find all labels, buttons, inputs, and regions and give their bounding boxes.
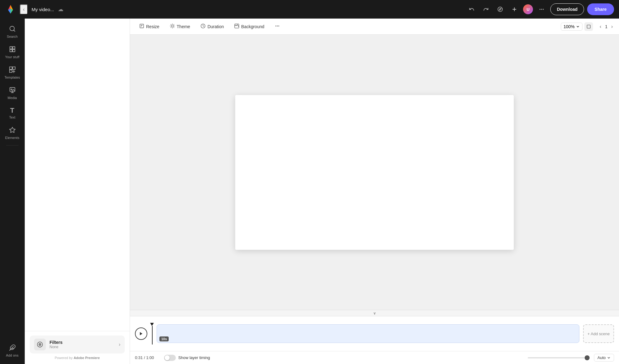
scene-track[interactable]: 10s (157, 324, 579, 343)
svg-point-9 (541, 9, 542, 10)
media-icon (9, 87, 16, 94)
duration-label: Duration (207, 24, 224, 29)
resize-label: Resize (146, 24, 159, 29)
toolbar-more-icon (275, 24, 280, 29)
top-nav-bar: ‹ My video... ☁ U Download Share (0, 0, 619, 19)
timeline-bottom: 0:31 / 1:00 Show layer timing Auto (130, 351, 619, 364)
more-options-button[interactable] (536, 4, 547, 15)
theme-label: Theme (177, 24, 190, 29)
download-button[interactable]: Download (550, 3, 584, 15)
undo-button[interactable] (466, 4, 477, 15)
svg-rect-16 (12, 50, 15, 52)
timeline-main: 10s + Add scene (130, 316, 619, 351)
compass-button[interactable] (495, 4, 506, 15)
filters-icon (34, 339, 46, 350)
sidebar-item-your-stuff-label: Your stuff (5, 55, 19, 59)
svg-point-40 (278, 26, 279, 27)
duration-button[interactable]: Duration (196, 22, 228, 32)
sidebar-item-add-ons-label: Add ons (6, 353, 18, 357)
next-page-button[interactable]: › (610, 23, 614, 31)
svg-marker-22 (9, 127, 15, 132)
cloud-save-icon[interactable]: ☁ (58, 6, 63, 13)
project-title: My video... (32, 7, 54, 12)
play-button[interactable] (135, 327, 147, 340)
canvas-column: Resize Theme Duration B (130, 19, 619, 364)
sidebar-item-your-stuff[interactable]: Your stuff (2, 43, 23, 62)
sidebar-item-text[interactable]: T Text (2, 104, 23, 122)
resize-icon (139, 24, 144, 30)
playhead-line (152, 326, 153, 344)
auto-dropdown[interactable]: Auto (594, 354, 614, 362)
svg-point-27 (171, 25, 173, 27)
svg-point-25 (40, 344, 40, 345)
panel-bottom: Filters None › Powered by Adobe Premiere (25, 331, 130, 364)
add-scene-button[interactable]: + Add scene (583, 324, 614, 343)
playhead-triangle (150, 323, 154, 326)
powered-by-brand: Adobe Premiere (74, 356, 100, 360)
canvas-stage[interactable] (130, 35, 619, 310)
auto-label: Auto (597, 355, 606, 360)
add-button[interactable] (509, 4, 520, 15)
page-nav: ‹ 1 › (599, 23, 614, 31)
toolbar: Resize Theme Duration B (130, 19, 619, 35)
sidebar-item-elements[interactable]: Elements (2, 124, 23, 143)
svg-marker-5 (499, 8, 501, 10)
filters-info: Filters None (50, 340, 115, 349)
background-label: Background (241, 24, 264, 29)
back-button[interactable]: ‹ (20, 4, 28, 15)
svg-point-21 (11, 89, 12, 90)
zoom-dropdown[interactable]: 100% (561, 23, 582, 31)
sidebar-item-search-label: Search (7, 35, 18, 38)
svg-rect-26 (140, 24, 144, 28)
filters-chevron-icon: › (119, 342, 120, 347)
filters-row[interactable]: Filters None › (30, 336, 125, 353)
user-avatar[interactable]: U (523, 4, 533, 14)
svg-point-10 (543, 9, 544, 10)
theme-icon (170, 24, 175, 30)
timeline-collapse-icon: ∨ (373, 311, 376, 315)
main-layout: Search Your stuff Templates Media T T (0, 19, 619, 364)
toggle-switch[interactable] (164, 355, 176, 361)
sidebar-item-elements-label: Elements (5, 136, 19, 140)
text-icon: T (10, 107, 14, 114)
svg-rect-17 (9, 67, 12, 69)
elements-icon (9, 127, 16, 134)
panel-content (25, 19, 130, 331)
share-button[interactable]: Share (587, 3, 614, 15)
sidebar-item-templates-label: Templates (4, 76, 20, 79)
svg-rect-14 (12, 47, 15, 49)
time-display: 0:31 / 1:00 (135, 355, 160, 360)
resize-button[interactable]: Resize (135, 22, 164, 32)
toolbar-more-button[interactable] (271, 22, 284, 31)
sidebar-item-media-label: Media (8, 96, 17, 100)
powered-by-label: Powered by Adobe Premiere (30, 356, 125, 360)
app-logo[interactable] (5, 4, 16, 15)
scene-duration-badge: 10s (159, 336, 169, 341)
zoom-value: 100% (564, 24, 575, 29)
prev-page-button[interactable]: ‹ (599, 23, 603, 31)
sidebar-item-add-ons[interactable]: Add ons (2, 341, 23, 360)
timeline-scrubber[interactable] (528, 357, 590, 358)
timeline-track-area: 10s + Add scene (152, 323, 614, 344)
svg-point-39 (277, 26, 278, 27)
search-icon (9, 25, 16, 33)
duration-icon (201, 24, 206, 30)
svg-rect-41 (587, 25, 590, 28)
svg-rect-13 (10, 47, 12, 49)
sidebar-item-search[interactable]: Search (2, 22, 23, 41)
show-timing-label: Show layer timing (178, 355, 210, 360)
nav-actions: U Download Share (466, 3, 614, 15)
templates-icon (9, 66, 16, 74)
theme-button[interactable]: Theme (166, 22, 195, 32)
sidebar-item-media[interactable]: Media (2, 84, 23, 103)
sidebar-nav: Search Your stuff Templates Media T T (0, 19, 25, 364)
filters-name: Filters (50, 340, 115, 345)
show-layer-timing-toggle[interactable]: Show layer timing (164, 355, 210, 361)
svg-line-34 (171, 27, 171, 28)
timeline-collapse-button[interactable]: ∨ (130, 310, 619, 316)
redo-button[interactable] (480, 4, 491, 15)
sidebar-item-templates[interactable]: Templates (2, 63, 23, 82)
background-button[interactable]: Background (230, 22, 269, 32)
sidebar-divider (6, 145, 19, 145)
svg-rect-19 (9, 70, 12, 72)
